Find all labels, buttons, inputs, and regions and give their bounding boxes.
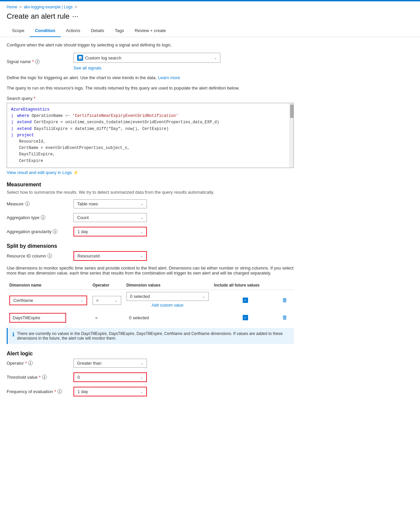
dimension-row-daystillexpire: DaysTillExpire = 0 selected ✓ 🗑	[7, 311, 294, 325]
query-line-2: | where OperationName =~ 'CertificateNea…	[11, 113, 289, 119]
certname-values-dropdown[interactable]: 0 selected ⌄	[127, 292, 209, 301]
tab-scope[interactable]: Scope	[7, 25, 30, 37]
frequency-chevron-icon: ⌄	[140, 390, 143, 393]
add-custom-value-link[interactable]: Add custom value	[127, 302, 209, 309]
view-logs-link[interactable]: View result and edit query in Logs ⚡	[7, 170, 294, 175]
dim-header-actions	[279, 281, 294, 290]
aggregation-granularity-dropdown[interactable]: 1 day ⌄	[73, 227, 147, 236]
resource-id-row: Resource ID column ℹ ResourceId ⌄	[7, 251, 294, 261]
aggregation-type-label: Aggregation type ℹ	[7, 215, 73, 220]
certname-operator-dropdown[interactable]: = ⌄	[92, 296, 121, 305]
dim-header-name: Dimension name	[7, 281, 90, 290]
dim-header-include: Include all future values	[211, 281, 279, 290]
operator-value: Greater than	[77, 361, 101, 366]
certname-chevron-icon: ⌄	[80, 299, 83, 302]
tab-bar: Scope Condition Actions Details Tags Rev…	[0, 25, 420, 37]
measure-dropdown[interactable]: Table rows ⌄	[73, 199, 147, 208]
certname-delete-button[interactable]: 🗑	[282, 297, 287, 303]
main-content: Configure when the alert rule should tri…	[0, 37, 300, 406]
split-info-text: Use dimensions to monitor specific time …	[7, 265, 294, 276]
alert-logic-section: Alert logic Operator * ℹ Greater than ⌄ …	[7, 351, 294, 396]
info-box-text: There are currently no values in the Day…	[17, 331, 289, 341]
breadcrumb-home[interactable]: Home	[7, 5, 17, 9]
measure-chevron-icon: ⌄	[141, 202, 143, 206]
resource-id-label: Resource ID column ℹ	[7, 253, 73, 258]
signal-info-icon[interactable]: ℹ	[35, 59, 40, 64]
threshold-input[interactable]: 0 ⌄	[73, 372, 147, 382]
tab-review[interactable]: Review + create	[129, 25, 171, 37]
dim-header-values: Dimension values	[124, 281, 211, 290]
dimensions-table: Dimension name Operator Dimension values…	[7, 281, 294, 325]
query-line-6: ResourceId,	[11, 139, 289, 145]
query-line-8: DaysTillExpire,	[11, 151, 289, 158]
measure-label: Measure ℹ	[7, 201, 73, 206]
certname-value: CertName	[13, 298, 33, 303]
measurement-section: Measurement Select how to summarize the …	[7, 182, 294, 236]
certname-vals-chevron-icon: ⌄	[202, 295, 205, 298]
query-line-3: | extend CertExpire = unixtime_seconds_t…	[11, 119, 289, 126]
certname-dimension-dropdown[interactable]: CertName ⌄	[9, 296, 87, 305]
certname-include-all-checkbox[interactable]: ✓	[243, 298, 248, 303]
aggregation-type-row: Aggregation type ℹ Count ⌄	[7, 213, 294, 222]
resource-id-info-icon[interactable]: ℹ	[47, 253, 52, 258]
agg-type-info-icon[interactable]: ℹ	[41, 215, 45, 220]
breadcrumb: Home > akv-logging-example | Logs >	[0, 1, 420, 11]
aggregation-type-dropdown[interactable]: Count ⌄	[73, 213, 147, 222]
measure-info-icon[interactable]: ℹ	[25, 201, 30, 206]
agg-type-chevron-icon: ⌄	[141, 216, 143, 219]
query-resource-text: The query to run on this resource's logs…	[7, 85, 294, 91]
resource-id-chevron-icon: ⌄	[140, 254, 143, 258]
see-all-signals-link[interactable]: See all signals	[73, 65, 220, 70]
certname-op-chevron-icon: ⌄	[115, 299, 118, 302]
daystillexpire-values: 0 selected	[127, 314, 152, 322]
frequency-info-icon[interactable]: ℹ	[57, 389, 62, 394]
operator-info-icon[interactable]: ℹ	[28, 361, 33, 365]
signal-select-icon: 📊	[77, 55, 83, 61]
tab-condition[interactable]: Condition	[30, 25, 61, 37]
threshold-value: 0	[77, 375, 80, 380]
resource-id-dropdown[interactable]: ResourceId ⌄	[73, 251, 147, 261]
daystillexpire-dimension-input[interactable]: DaysTillExpire	[9, 313, 66, 323]
query-line-1: AzureDiagnostics	[11, 107, 289, 113]
query-scrollbar[interactable]	[289, 103, 293, 168]
certname-operator-value: =	[96, 298, 99, 303]
dimensions-info-box: ℹ There are currently no values in the D…	[7, 328, 294, 344]
daystillexpire-include-all-checkbox[interactable]: ✓	[243, 315, 248, 320]
daystillexpire-operator: =	[92, 315, 100, 320]
signal-name-label: Signal name * ℹ	[7, 59, 73, 64]
threshold-label: Threshold value * ℹ	[7, 375, 73, 380]
measurement-subtitle: Select how to summarize the results. We …	[7, 190, 294, 195]
signal-dropdown[interactable]: 📊 Custom log search ⌄	[73, 53, 220, 63]
scrollbar-thumb	[290, 105, 293, 118]
breadcrumb-sep2: >	[75, 5, 77, 9]
agg-gran-info-icon[interactable]: ℹ	[53, 229, 57, 234]
info-box-icon: ℹ	[12, 331, 14, 341]
logs-link-icon: ⚡	[73, 170, 78, 175]
frequency-value: 1 day	[77, 389, 88, 394]
condition-description: Configure when the alert rule should tri…	[7, 42, 294, 47]
tab-actions[interactable]: Actions	[61, 25, 86, 37]
learn-more-link[interactable]: Learn more	[158, 75, 180, 80]
page-title: Create an alert rule	[7, 12, 69, 21]
threshold-info-icon[interactable]: ℹ	[42, 375, 47, 379]
breadcrumb-akv[interactable]: akv-logging-example | Logs	[24, 5, 73, 9]
more-icon[interactable]: ···	[72, 12, 78, 21]
query-line-7: CertName = eventGridEventProperties_subj…	[11, 145, 289, 151]
frequency-row: Frequency of evaluation * ℹ 1 day ⌄	[7, 387, 294, 396]
signal-chevron-icon: ⌄	[214, 56, 217, 60]
resource-id-value: ResourceId	[77, 253, 99, 258]
tab-tags[interactable]: Tags	[110, 25, 129, 37]
query-line-5: | project	[11, 132, 289, 139]
aggregation-type-value: Count	[77, 215, 89, 220]
frequency-dropdown[interactable]: 1 day ⌄	[73, 387, 147, 396]
aggregation-granularity-label: Aggregation granularity ℹ	[7, 229, 73, 234]
agg-gran-chevron-icon: ⌄	[140, 230, 143, 233]
threshold-chevron-icon: ⌄	[140, 375, 143, 379]
operator-dropdown[interactable]: Greater than ⌄	[73, 359, 147, 368]
threshold-row: Threshold value * ℹ 0 ⌄	[7, 372, 294, 382]
query-editor[interactable]: AzureDiagnostics | where OperationName =…	[7, 103, 294, 168]
tab-details[interactable]: Details	[85, 25, 110, 37]
daystillexpire-delete-button[interactable]: 🗑	[282, 315, 287, 320]
signal-name-row: Signal name * ℹ 📊 Custom log search ⌄ Se…	[7, 53, 294, 70]
query-line-9: CertExpire	[11, 158, 289, 164]
